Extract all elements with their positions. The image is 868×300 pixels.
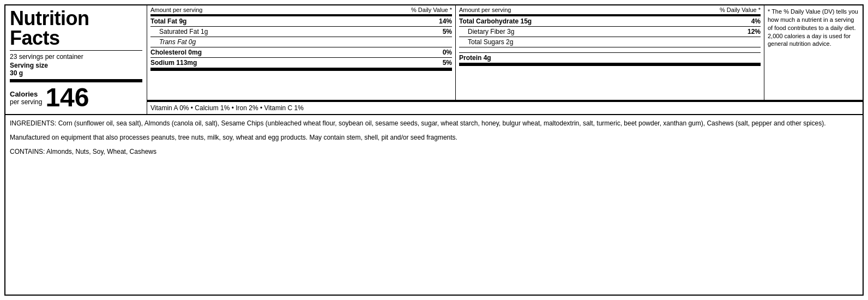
vitamins-section: Vitamin A 0% • Calcium 1% • Iron 2% • Vi… <box>147 100 863 114</box>
total-sugars-label: Total Sugars 2g <box>459 38 513 46</box>
trans-fat-label: Trans Fat 0g <box>150 38 196 46</box>
sodium-row: Sodium 113mg 5% <box>150 58 452 71</box>
dietary-fiber-label: Dietary Fiber 3g <box>459 28 514 35</box>
calories-section: Calories per serving 146 <box>10 85 142 111</box>
calories-number: 146 <box>45 85 89 111</box>
panels-wrapper: Amount per serving % Daily Value * Total… <box>147 5 863 114</box>
footnote-text: * The % Daily Value (DV) tells you how m… <box>768 8 858 47</box>
amount-header-row-left: Amount per serving % Daily Value * <box>150 5 452 16</box>
servings-per-container: 23 servings per container <box>10 53 142 61</box>
total-fat-label: Total Fat 9g <box>150 17 186 25</box>
serving-size-label: Serving size 30 g <box>10 62 142 77</box>
calories-label: Calories <box>10 90 42 98</box>
calories-per-serving: per serving <box>10 98 42 106</box>
dietary-fiber-row: Dietary Fiber 3g 12% <box>459 27 761 37</box>
trans-fat-row: Trans Fat 0g <box>150 37 452 47</box>
saturated-fat-value: 5% <box>443 28 452 35</box>
nutrition-label: Nutrition Facts 23 servings per containe… <box>4 4 864 296</box>
amount-header-row-right: Amount per serving % Daily Value * <box>459 5 761 16</box>
saturated-fat-label: Saturated Fat 1g <box>150 28 208 35</box>
protein-label: Protein 4g <box>459 54 491 62</box>
saturated-fat-row: Saturated Fat 1g 5% <box>150 27 452 37</box>
total-fat-value: 14% <box>439 17 452 25</box>
left-nutrient-panel: Amount per serving % Daily Value * Total… <box>147 5 456 100</box>
sodium-label: Sodium 113mg <box>150 59 197 67</box>
protein-row: Protein 4g <box>459 53 761 66</box>
cholesterol-label: Cholesterol 0mg <box>150 49 202 56</box>
ingredients-text: INGREDIENTS: Corn (sunflower oil, sea sa… <box>10 118 858 128</box>
panels-top: Amount per serving % Daily Value * Total… <box>147 5 863 100</box>
vitamins-text: Vitamin A 0% • Calcium 1% • Iron 2% • Vi… <box>150 104 304 112</box>
footnote-panel: * The % Daily Value (DV) tells you how m… <box>764 5 863 100</box>
total-carb-value: 4% <box>751 17 761 25</box>
right-nutrient-panel: Amount per serving % Daily Value * Total… <box>456 5 764 100</box>
dietary-fiber-value: 12% <box>748 28 761 35</box>
total-fat-row: Total Fat 9g 14% <box>150 16 452 27</box>
contains-text: CONTAINS: Almonds, Nuts, Soy, Wheat, Cas… <box>10 147 858 157</box>
sodium-value: 5% <box>443 59 452 67</box>
manufactured-text: Manufactured on equipment that also proc… <box>10 133 858 142</box>
spacer-row <box>459 47 761 53</box>
bottom-section: INGREDIENTS: Corn (sunflower oil, sea sa… <box>5 115 863 160</box>
cholesterol-value: 0% <box>443 49 452 56</box>
total-carb-label: Total Carbohydrate 15g <box>459 17 532 25</box>
total-carb-row: Total Carbohydrate 15g 4% <box>459 16 761 27</box>
calories-text-block: Calories per serving <box>10 90 42 106</box>
nutrition-facts-title: Nutrition Facts <box>10 9 142 48</box>
left-panel: Nutrition Facts 23 servings per containe… <box>5 5 147 114</box>
total-sugars-row: Total Sugars 2g <box>459 37 761 47</box>
cholesterol-row: Cholesterol 0mg 0% <box>150 47 452 58</box>
